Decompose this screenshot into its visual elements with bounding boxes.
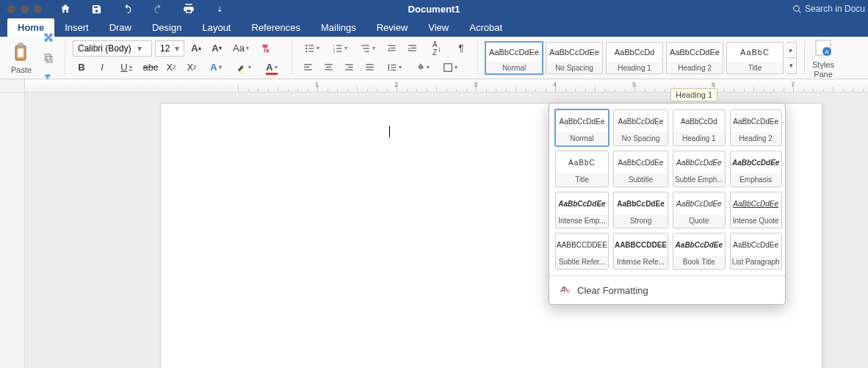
grow-font-icon[interactable]: A▴ [187,40,205,57]
style-tile-normal[interactable]: AaBbCcDdEeNormal [555,109,609,146]
close-window-icon[interactable] [7,5,15,13]
font-size-combo[interactable]: 12▾ [155,40,184,57]
shrink-font-icon[interactable]: A▾ [208,40,225,57]
underline-icon[interactable]: U▾ [114,59,139,76]
search-box[interactable]: Search in Docu [792,4,868,14]
svg-rect-25 [411,47,416,48]
ruler-number: 1 [315,81,319,88]
tab-view[interactable]: View [418,18,459,37]
superscript-icon[interactable]: X2 [183,59,200,76]
style-tile-intense-refe-[interactable]: AABBCCDDEEIntense Refe... [613,233,668,270]
bold-icon[interactable]: B [73,59,90,76]
style-preview: AaBbCcDdEe [731,151,781,174]
increase-indent-icon[interactable] [404,40,422,57]
italic-icon[interactable]: I [93,59,111,76]
align-right-icon[interactable] [341,59,358,76]
style-tile-list-paragraph[interactable]: AaBbCcDdEeList Paragraph [730,233,782,270]
undo-icon[interactable] [118,1,136,17]
decrease-indent-icon[interactable] [383,40,401,57]
svg-rect-7 [308,45,314,46]
chevron-down-icon[interactable]: ▾ [786,58,796,73]
style-label: Subtle Emph... [673,174,725,187]
clear-formatting-item[interactable]: A Clear Formatting [549,275,785,304]
style-tile-intense-quote[interactable]: AaBbCcDdEeIntense Quote [730,192,782,228]
horizontal-ruler[interactable]: 1234567 [25,79,868,92]
group-font: Calibri (Body)▾ 12▾ A▴ A▾ Aa▾ B I U▾ abc… [67,37,290,79]
window-controls [0,5,49,13]
tab-draw[interactable]: Draw [99,18,142,37]
cut-icon[interactable] [40,29,57,46]
svg-rect-5 [238,71,244,72]
text-effects-icon[interactable]: A▾ [203,59,228,76]
style-gallery-expand[interactable]: ▸ ▾ [786,42,797,74]
tab-review[interactable]: Review [366,18,419,37]
print-icon[interactable] [180,1,198,17]
align-center-icon[interactable] [320,59,338,76]
style-tile-subtle-refer-[interactable]: AABBCCDDEESubtle Refer... [555,233,609,270]
svg-rect-30 [325,64,333,65]
clear-formatting-label: Clear Formatting [577,285,648,296]
style-preview: AaBbCcDdEe [673,192,725,215]
chevron-right-icon[interactable]: ▸ [786,43,796,59]
subscript-icon[interactable]: X2 [162,59,180,76]
paste-button[interactable]: Paste [10,42,32,74]
style-tile-title[interactable]: AaBbCTitle [726,42,784,74]
style-tile-strong[interactable]: AaBbCcDdEeStrong [613,192,668,228]
strikethrough-icon[interactable]: abc [142,59,159,76]
show-marks-icon[interactable]: ¶ [452,40,470,57]
save-icon[interactable] [87,1,105,17]
tab-references[interactable]: References [242,18,311,37]
justify-icon[interactable] [361,59,379,76]
ruler-number: 4 [553,81,557,88]
styles-pane-button[interactable]: A Styles Pane [812,37,834,78]
style-tile-heading-1[interactable]: AaBbCcDdHeading 1 [606,42,663,74]
ruler-number: 5 [632,81,636,88]
change-case-icon[interactable]: Aa▾ [228,40,253,57]
style-preview: AABBCCDDEE [556,234,608,256]
tab-mailings[interactable]: Mailings [311,18,366,37]
clear-formatting-icon[interactable] [256,40,274,57]
vertical-ruler[interactable] [0,93,25,368]
shading-icon[interactable]: ▾ [410,59,435,76]
style-tile-no-spacing[interactable]: AaBbCcDdEeNo Spacing [546,42,603,74]
style-tile-subtle-emph-[interactable]: AaBbCcDdEeSubtle Emph... [673,151,726,187]
numbering-icon[interactable]: 123▾ [328,40,352,57]
style-tile-emphasis[interactable]: AaBbCcDdEeEmphasis [730,151,782,187]
style-label: No Spacing [614,133,668,145]
borders-icon[interactable]: ▾ [438,59,463,76]
style-preview: AaBbC [727,43,783,62]
style-label: Strong [614,215,668,228]
style-tile-no-spacing[interactable]: AaBbCcDdEeNo Spacing [613,109,668,146]
chevron-down-icon[interactable]: ▾ [134,43,145,54]
font-color-icon[interactable]: A▾ [259,59,284,76]
style-tile-quote[interactable]: AaBbCcDdEeQuote [673,192,726,228]
align-left-icon[interactable] [300,59,317,76]
style-tile-heading-1[interactable]: AaBbCcDdHeading 1 [673,109,726,146]
qat-customize-icon[interactable]: ⇣ [211,1,228,17]
style-label: Emphasis [731,174,781,187]
multilevel-list-icon[interactable]: ▾ [355,40,380,57]
bullets-icon[interactable]: ▾ [300,40,325,57]
style-tile-book-title[interactable]: AaBbCcDdEeBook Title [673,233,726,270]
style-tile-title[interactable]: AaBbCTitle [555,151,609,187]
style-tile-heading-2[interactable]: AaBbCcDdEeHeading 2 [666,42,723,74]
line-spacing-icon[interactable]: ▾ [382,59,407,76]
tab-design[interactable]: Design [142,18,192,37]
home-icon[interactable] [57,1,74,17]
zoom-window-icon[interactable] [34,5,42,13]
copy-icon[interactable] [40,50,57,66]
style-tile-normal[interactable]: AaBbCcDdEeNormal [485,42,543,74]
sort-icon[interactable]: AZ↓ [424,40,449,57]
minimize-window-icon[interactable] [21,5,29,13]
style-tile-intense-emp-[interactable]: AaBbCcDdEeIntense Emp... [555,192,609,228]
style-tile-subtitle[interactable]: AaBbCcDdEeSubtitle [613,151,668,187]
tab-acrobat[interactable]: Acrobat [459,18,513,37]
tab-layout[interactable]: Layout [192,18,241,37]
style-tile-heading-2[interactable]: AaBbCcDdEeHeading 2 [730,109,782,146]
highlight-icon[interactable]: ▾ [231,59,256,76]
font-name-combo[interactable]: Calibri (Body)▾ [73,40,152,57]
tab-insert[interactable]: Insert [54,18,99,37]
style-label: Title [556,174,608,187]
redo-icon[interactable] [149,1,167,17]
chevron-down-icon[interactable]: ▾ [173,43,181,54]
